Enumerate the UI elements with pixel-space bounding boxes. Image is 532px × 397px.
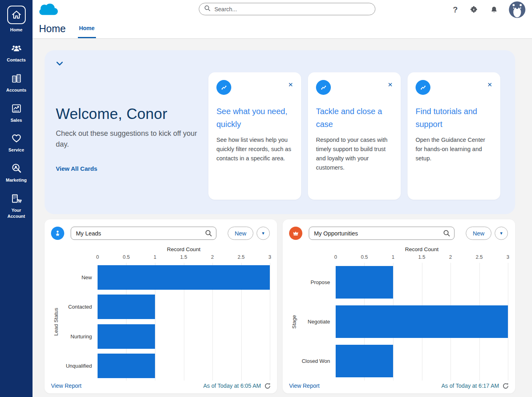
search-input[interactable] <box>214 6 370 12</box>
activity-icon <box>416 80 430 95</box>
chevron-down-icon[interactable]: ▼ <box>257 227 270 240</box>
bar-row <box>98 263 270 292</box>
chevron-down-icon[interactable]: ▼ <box>495 227 508 240</box>
bar-unqualified[interactable] <box>98 354 155 378</box>
x-tick: 2 <box>211 254 214 260</box>
your-account-icon <box>10 192 22 205</box>
main-content: Welcome, Conor Check out these suggestio… <box>33 38 532 397</box>
bar-row <box>98 351 270 381</box>
sidebar-label: Your Account <box>2 207 31 219</box>
activity-icon <box>216 80 231 95</box>
plot-area <box>98 263 270 381</box>
bar-closed-won[interactable] <box>336 345 393 377</box>
listview-selector-input[interactable] <box>309 227 455 240</box>
category-label: Unqualified <box>61 351 98 381</box>
bar-contacted[interactable] <box>98 295 155 319</box>
salesforce-logo <box>39 3 58 17</box>
sidebar-item-accounts[interactable]: Accounts <box>0 72 33 93</box>
card-title: See what you need, quickly <box>216 105 293 131</box>
notifications-icon[interactable] <box>490 6 498 14</box>
category-labels: ProposeNegotiateClosed Won <box>299 263 336 381</box>
chart-title: Record Count <box>98 246 270 254</box>
category-label: New <box>61 263 98 292</box>
activity-icon <box>316 80 331 95</box>
suggestion-card[interactable]: ✕ See what you need, quickly See how lis… <box>208 72 301 200</box>
refresh-icon[interactable] <box>265 383 271 389</box>
category-label: Nurturing <box>61 322 98 351</box>
lead-icon <box>51 227 64 240</box>
avatar[interactable] <box>508 1 526 18</box>
category-labels: NewContactedNurturingUnqualified <box>61 263 98 381</box>
close-icon[interactable]: ✕ <box>387 81 393 88</box>
plot-area <box>336 263 508 381</box>
chart-title: Record Count <box>336 246 508 254</box>
sidebar-label: Sales <box>10 117 22 123</box>
x-tick: 1 <box>154 254 157 260</box>
top-bar: ? <box>33 0 532 19</box>
view-all-cards-link[interactable]: View All Cards <box>56 165 97 172</box>
sidebar-label: Service <box>8 147 24 153</box>
opportunities-bar-chart: Record Count 00.511.522.53 Stage Propose… <box>289 246 508 381</box>
x-tick: 0.5 <box>123 254 130 260</box>
x-tick: 2 <box>449 254 452 260</box>
x-tick: 0 <box>334 254 337 260</box>
search-icon[interactable] <box>205 229 212 237</box>
refresh-icon[interactable] <box>503 383 509 389</box>
global-search[interactable] <box>199 3 375 15</box>
search-icon <box>204 5 211 13</box>
welcome-banner: Welcome, Conor Check out these suggestio… <box>45 50 515 214</box>
welcome-block: Welcome, Conor Check out these suggestio… <box>56 58 197 200</box>
new-button[interactable]: New <box>466 227 491 240</box>
bar-row <box>336 341 508 381</box>
x-tick: 3 <box>269 254 271 260</box>
category-label: Negotiate <box>299 302 336 342</box>
bar-row <box>336 302 508 342</box>
chevron-down-icon[interactable] <box>56 61 63 66</box>
category-label: Contacted <box>61 292 98 321</box>
sidebar-item-marketing[interactable]: Marketing <box>0 162 33 183</box>
help-icon[interactable]: ? <box>453 6 458 14</box>
contacts-icon <box>10 42 22 54</box>
sidebar-label: Accounts <box>6 87 26 93</box>
tab-home[interactable]: Home <box>78 19 96 38</box>
bar-row <box>98 322 270 351</box>
sidebar-item-sales[interactable]: Sales <box>0 102 33 123</box>
x-tick: 1 <box>392 254 395 260</box>
x-axis-ticks: 00.511.522.53 <box>98 254 270 263</box>
x-tick: 0.5 <box>361 254 368 260</box>
x-tick: 1.5 <box>180 254 187 260</box>
view-report-link[interactable]: View Report <box>51 383 82 389</box>
settings-icon[interactable] <box>469 5 478 14</box>
title-bar: Home Home <box>33 19 532 38</box>
bar-new[interactable] <box>98 265 270 290</box>
sidebar-label: Home <box>10 27 22 33</box>
app-sidebar: Home Contacts Accounts Sales Service Mar… <box>0 0 33 397</box>
sidebar-item-service[interactable]: Service <box>0 132 33 153</box>
sidebar-item-your-account[interactable]: Your Account <box>0 192 33 219</box>
welcome-subtitle: Check out these suggestions to kick off … <box>56 128 197 150</box>
card-body: See how list views help you quickly filt… <box>216 135 293 164</box>
view-report-link[interactable]: View Report <box>289 383 320 389</box>
bar-nurturing[interactable] <box>98 324 155 349</box>
sidebar-item-contacts[interactable]: Contacts <box>0 42 33 63</box>
bar-propose[interactable] <box>336 266 393 299</box>
sidebar-label: Marketing <box>6 177 27 183</box>
service-icon <box>10 132 22 144</box>
leads-report-card: New ▼ Record Count 00.511.522.53 Lead St… <box>45 219 277 393</box>
close-icon[interactable]: ✕ <box>487 81 492 88</box>
bar-negotiate[interactable] <box>336 305 508 338</box>
search-icon[interactable] <box>443 229 450 237</box>
sidebar-label: Contacts <box>7 57 26 63</box>
sidebar-item-home[interactable]: Home <box>0 6 33 33</box>
card-body: Respond to your cases with timely suppor… <box>316 135 393 173</box>
gridline <box>508 263 508 381</box>
suggestion-card[interactable]: ✕ Find tutorials and support Open the Gu… <box>408 72 500 200</box>
suggestion-card[interactable]: ✕ Tackle and close a case Respond to you… <box>308 72 401 200</box>
card-title: Tackle and close a case <box>316 105 393 131</box>
bar-row <box>98 292 270 321</box>
listview-selector-input[interactable] <box>71 227 216 240</box>
y-axis-label: Stage <box>291 315 297 329</box>
new-button[interactable]: New <box>228 227 253 240</box>
close-icon[interactable]: ✕ <box>288 81 293 88</box>
leads-bar-chart: Record Count 00.511.522.53 Lead Status N… <box>51 246 270 381</box>
